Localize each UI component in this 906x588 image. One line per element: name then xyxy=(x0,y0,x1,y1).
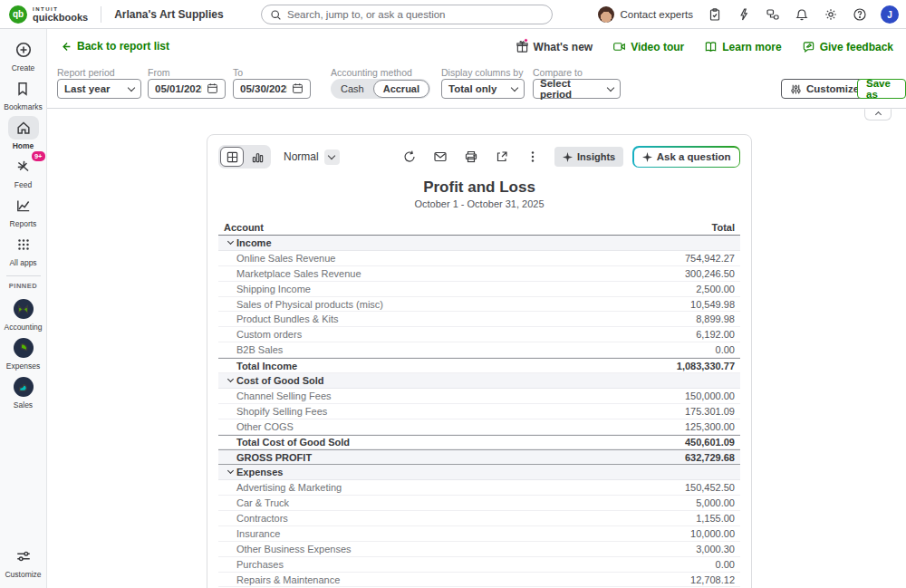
sidebar-item-expenses[interactable]: Expenses xyxy=(6,336,40,371)
quick-actions-icon[interactable] xyxy=(736,7,751,23)
amount[interactable]: 0.00 xyxy=(716,344,735,355)
chevron-down-icon[interactable] xyxy=(224,242,236,244)
amount[interactable]: 5,000.00 xyxy=(696,497,735,508)
amount[interactable]: 150,000.00 xyxy=(685,390,735,401)
sliders-icon xyxy=(15,548,32,564)
user-avatar[interactable]: J xyxy=(881,5,899,24)
sales-icon xyxy=(18,382,28,392)
table-row: Advertising & Marketing150,452.50 xyxy=(218,480,740,496)
sidebar-item-sales[interactable]: Sales xyxy=(8,375,39,410)
display-columns-by-value: Total only xyxy=(448,83,507,94)
give-feedback-link[interactable]: Give feedback xyxy=(802,40,893,53)
amount[interactable]: 8,899.98 xyxy=(696,313,735,324)
amount[interactable]: 6,192.00 xyxy=(696,329,735,340)
help-icon[interactable] xyxy=(852,7,867,23)
customize-button[interactable]: Customize xyxy=(781,79,868,99)
cash-option[interactable]: Cash xyxy=(332,80,373,98)
report-table: Account Total IncomeOnline Sales Revenue… xyxy=(218,219,740,587)
table-row: Other Business Expenses3,000.30 xyxy=(218,542,740,557)
save-as-label: Save as xyxy=(866,78,897,100)
whats-new-link[interactable]: What's new xyxy=(516,40,593,53)
print-icon[interactable] xyxy=(463,149,478,165)
account-name: Other Business Expenses xyxy=(224,544,352,554)
report-period-label: Report period xyxy=(57,67,115,78)
table-row: Channel Selling Fees150,000.00 xyxy=(218,389,740,404)
density-select[interactable]: Normal xyxy=(284,149,340,165)
email-icon[interactable] xyxy=(432,149,448,165)
amount[interactable]: 3,000.30 xyxy=(696,544,735,554)
collapse-filters-button[interactable] xyxy=(864,109,892,120)
display-columns-by-select[interactable]: Total only xyxy=(441,79,525,99)
back-to-report-list-link[interactable]: Back to report list xyxy=(60,40,169,53)
sidebar-item-feed[interactable]: 9+ Feed xyxy=(8,155,39,189)
book-icon xyxy=(704,40,718,53)
settings-icon[interactable] xyxy=(823,7,838,23)
back-link-label: Back to report list xyxy=(77,40,169,53)
amount[interactable]: 0.00 xyxy=(716,559,735,570)
accounting-icon xyxy=(18,304,28,314)
chart-view-button[interactable] xyxy=(246,147,269,167)
from-date-input[interactable] xyxy=(155,83,202,94)
compare-to-value: Select period xyxy=(540,78,603,100)
sliders-icon xyxy=(790,83,802,95)
sidebar-item-home[interactable]: Home xyxy=(8,116,39,150)
sidebar-item-reports[interactable]: Reports xyxy=(8,194,39,228)
chevron-down-icon[interactable] xyxy=(224,380,236,381)
sidebar-item-all-apps[interactable]: All apps xyxy=(8,233,39,267)
refresh-icon[interactable] xyxy=(401,149,417,165)
tasks-icon[interactable] xyxy=(707,7,722,23)
more-vertical-icon[interactable] xyxy=(525,149,540,165)
amount[interactable]: 2,500.00 xyxy=(696,284,735,294)
sparkle-icon xyxy=(642,152,652,162)
table-view-button[interactable] xyxy=(220,147,244,167)
sidebar-item-accounting[interactable]: Accounting xyxy=(4,297,42,332)
to-date-field[interactable] xyxy=(233,79,311,99)
quickbooks-logo[interactable]: qb INTUIT quickbooks xyxy=(9,5,88,24)
sidebar-item-customize[interactable]: Customize xyxy=(5,545,41,579)
amount[interactable]: 754,942.27 xyxy=(685,253,735,264)
global-search[interactable] xyxy=(261,5,553,24)
learn-more-link[interactable]: Learn more xyxy=(704,40,781,53)
sidebar-item-create[interactable]: Create xyxy=(8,38,39,72)
contact-experts-button[interactable]: Contact experts xyxy=(598,6,693,23)
main-content: Back to report list What's new Video tou… xyxy=(47,29,906,588)
table-row: Sales of Physical products (misc)10,549.… xyxy=(218,297,740,313)
amount[interactable]: 10,000.00 xyxy=(690,528,735,539)
sidebar-item-label: Reports xyxy=(10,219,37,228)
insights-button[interactable]: Insights xyxy=(554,147,623,167)
table-section-row: Income xyxy=(218,236,740,251)
accrual-option[interactable]: Accrual xyxy=(373,80,429,98)
ask-a-question-button[interactable]: Ask a question xyxy=(632,146,740,168)
report-action-icons xyxy=(401,149,540,165)
reports-icon xyxy=(15,198,32,214)
amount[interactable]: 300,246.50 xyxy=(685,268,735,279)
home-icon xyxy=(15,120,32,136)
video-tour-link[interactable]: Video tour xyxy=(612,40,684,53)
search-input[interactable] xyxy=(287,9,544,20)
company-name: Arlana's Art Supplies xyxy=(114,8,223,21)
amount[interactable]: 125,300.00 xyxy=(685,421,735,432)
amount[interactable]: 1,155.00 xyxy=(696,513,735,524)
calendar-icon[interactable] xyxy=(292,82,304,96)
notifications-icon[interactable] xyxy=(794,7,809,23)
from-date-field[interactable] xyxy=(148,79,226,99)
app-window: qb INTUIT quickbooks Arlana's Art Suppli… xyxy=(0,0,906,588)
density-value: Normal xyxy=(284,150,319,163)
table-total-row: GROSS PROFIT632,729.68 xyxy=(218,449,740,465)
report-period-select[interactable]: Last year xyxy=(57,79,141,99)
sidebar-item-bookmarks[interactable]: Bookmarks xyxy=(4,77,43,111)
amount[interactable]: 10,549.98 xyxy=(690,299,735,310)
to-date-input[interactable] xyxy=(240,83,287,94)
workflows-icon[interactable] xyxy=(765,7,780,23)
save-as-button[interactable]: Save as xyxy=(857,79,906,99)
bookmark-icon xyxy=(14,81,31,97)
amount[interactable]: 12,708.12 xyxy=(690,574,735,585)
compare-to-select[interactable]: Select period xyxy=(533,79,621,99)
amount[interactable]: 150,452.50 xyxy=(685,482,735,493)
export-icon[interactable] xyxy=(494,149,509,165)
amount[interactable]: 175.301.09 xyxy=(685,406,735,417)
calendar-icon[interactable] xyxy=(207,82,218,96)
chevron-down-icon xyxy=(324,149,340,165)
chevron-down-icon[interactable] xyxy=(224,471,236,473)
chevron-up-icon xyxy=(874,111,881,118)
